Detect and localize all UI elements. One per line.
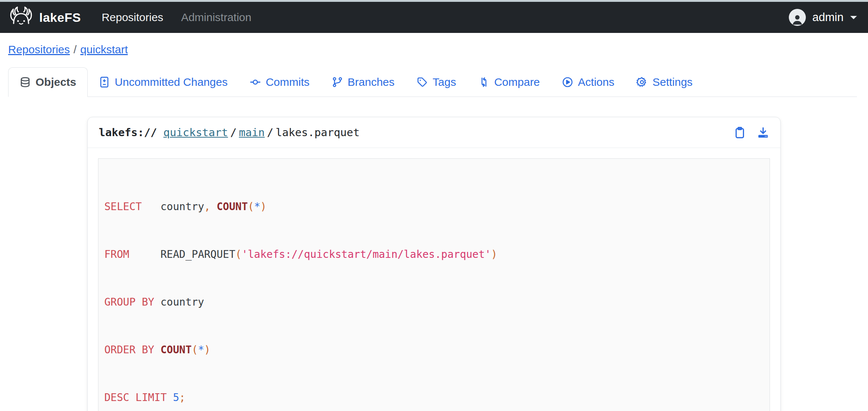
navbar-links: Repositories Administration <box>102 11 252 24</box>
path-separator: / <box>265 126 276 139</box>
copy-icon[interactable] <box>734 127 746 139</box>
tab-uncommitted-changes[interactable]: Uncommitted Changes <box>88 67 239 97</box>
download-icon[interactable] <box>757 127 769 139</box>
object-viewer-card: lakefs:// quickstart/main/lakes.parquet … <box>87 117 781 411</box>
object-actions <box>734 127 769 139</box>
file-diff-icon <box>99 77 110 88</box>
path-separator: / <box>228 126 239 139</box>
chevron-down-icon <box>850 16 857 23</box>
tab-settings[interactable]: Settings <box>625 67 703 97</box>
database-icon <box>20 77 31 88</box>
sql-line: GROUP BY country <box>104 294 764 310</box>
path-branch-link[interactable]: main <box>239 126 265 139</box>
path-scheme: lakefs:// <box>99 126 157 139</box>
top-navbar: lakeFS Repositories Administration admin <box>0 2 868 33</box>
tab-commits[interactable]: Commits <box>239 67 320 97</box>
user-name: admin <box>813 11 844 24</box>
sql-line: SELECT country, COUNT(*) <box>104 199 764 215</box>
object-viewer-body: SELECT country, COUNT(*) FROM READ_PARQU… <box>88 148 780 411</box>
play-icon <box>562 77 573 88</box>
object-path-header: lakefs:// quickstart/main/lakes.parquet <box>88 117 780 148</box>
sql-line: ORDER BY COUNT(*) <box>104 342 764 358</box>
person-icon <box>791 13 804 26</box>
tab-branches[interactable]: Branches <box>321 67 406 97</box>
path-repo-link[interactable]: quickstart <box>164 126 228 139</box>
user-avatar <box>789 9 806 26</box>
nav-item-repositories[interactable]: Repositories <box>102 11 164 24</box>
sql-editor[interactable]: SELECT country, COUNT(*) FROM READ_PARQU… <box>98 158 770 411</box>
compare-icon <box>478 77 489 88</box>
brand-name: lakeFS <box>39 10 81 25</box>
breadcrumb-repository-link[interactable]: quickstart <box>80 43 128 55</box>
breadcrumb-separator: / <box>70 43 80 55</box>
path-object-name: lakes.parquet <box>276 126 360 139</box>
tab-tags[interactable]: Tags <box>406 67 467 97</box>
breadcrumb-repositories-link[interactable]: Repositories <box>8 43 70 55</box>
commit-icon <box>250 77 261 88</box>
object-path: lakefs:// quickstart/main/lakes.parquet <box>99 126 360 139</box>
sql-line: DESC LIMIT 5; <box>104 390 764 405</box>
breadcrumb: Repositories/quickstart <box>0 33 868 56</box>
lakefs-logo-icon <box>9 6 33 29</box>
repository-tabbar: Objects Uncommitted Changes Commits Bran… <box>8 67 857 97</box>
tab-compare[interactable]: Compare <box>467 67 551 97</box>
tag-icon <box>417 77 428 88</box>
gear-icon <box>636 77 647 88</box>
user-menu[interactable]: admin <box>789 9 857 26</box>
lakefs-brand[interactable]: lakeFS <box>9 6 81 29</box>
branch-icon <box>332 77 343 88</box>
nav-item-administration[interactable]: Administration <box>181 11 251 24</box>
tab-actions[interactable]: Actions <box>551 67 625 97</box>
tab-objects[interactable]: Objects <box>8 67 88 97</box>
sql-line: FROM READ_PARQUET('lakefs://quickstart/m… <box>104 246 764 262</box>
